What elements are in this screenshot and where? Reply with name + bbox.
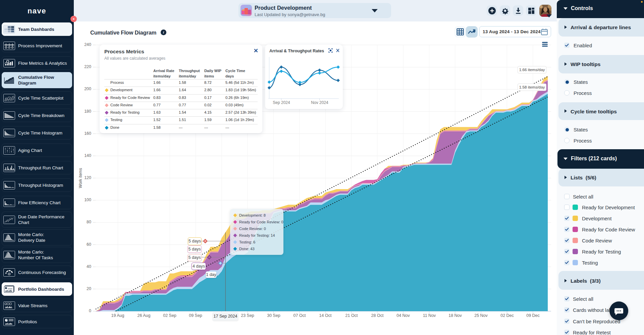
svg-text:s: s [5,303,6,304]
